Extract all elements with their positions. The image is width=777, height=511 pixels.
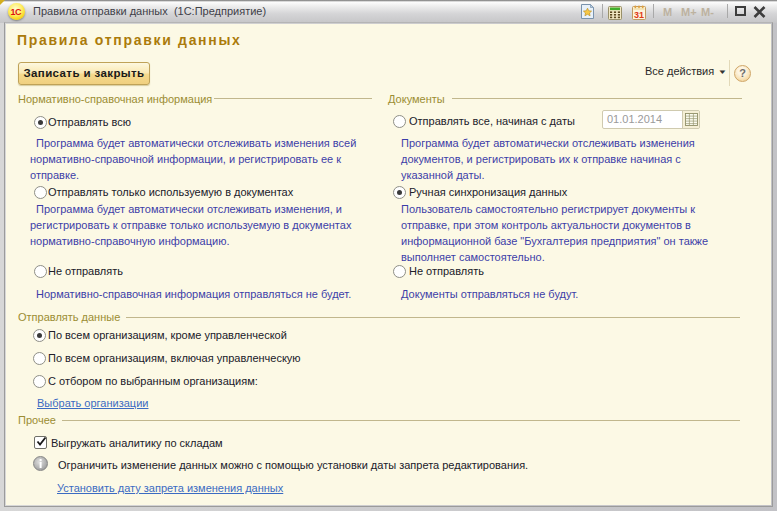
svg-text:31: 31 [634, 10, 644, 20]
